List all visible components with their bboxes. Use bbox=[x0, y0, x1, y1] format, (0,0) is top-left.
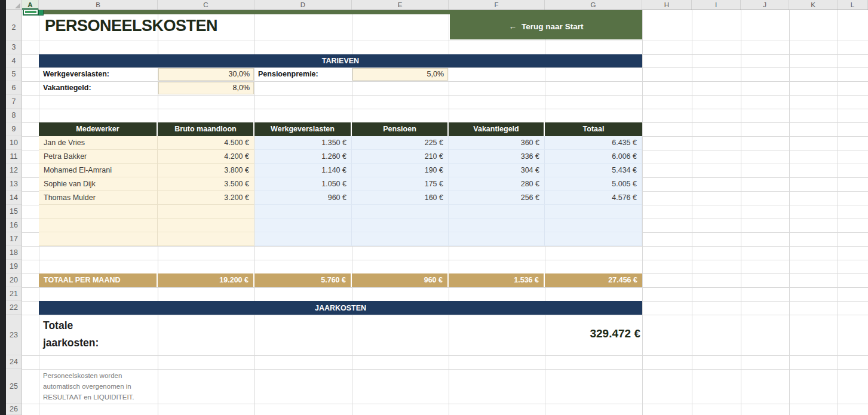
werkgeverslasten-cell[interactable]: 1.260 € bbox=[254, 150, 352, 164]
employee-name-cell[interactable]: Thomas Mulder bbox=[39, 191, 158, 205]
row-header-2[interactable]: 2 bbox=[6, 14, 22, 41]
vakantiegeld-cell[interactable]: 280 € bbox=[449, 177, 545, 191]
bruto-cell[interactable]: 4.200 € bbox=[158, 150, 254, 164]
pensioenpremie-value-cell[interactable]: 5,0% bbox=[352, 68, 448, 81]
employee-name-cell[interactable]: Sophie van Dijk bbox=[39, 177, 158, 191]
row-header-17[interactable]: 17 bbox=[6, 232, 22, 246]
row-header-25[interactable]: 25 bbox=[6, 369, 22, 404]
empty-cell[interactable] bbox=[352, 205, 449, 219]
row-header-12[interactable]: 12 bbox=[6, 164, 22, 177]
pensioen-cell[interactable]: 175 € bbox=[352, 177, 449, 191]
row-header-19[interactable]: 19 bbox=[6, 260, 22, 273]
empty-cell[interactable] bbox=[158, 232, 254, 246]
werkgeverslasten-value-cell[interactable]: 30,0% bbox=[158, 68, 254, 81]
row-header-21[interactable]: 21 bbox=[6, 287, 22, 301]
totaal-cell[interactable]: 5.005 € bbox=[545, 177, 642, 191]
employee-name-cell[interactable]: Petra Bakker bbox=[39, 150, 158, 164]
table-row: Jan de Vries 4.500 € 1.350 € 225 € 360 €… bbox=[39, 136, 642, 150]
totaal-cell[interactable]: 4.576 € bbox=[545, 191, 642, 205]
row-header-6[interactable]: 6 bbox=[6, 81, 22, 95]
vakantiegeld-cell[interactable]: 304 € bbox=[449, 164, 545, 177]
empty-cell[interactable] bbox=[545, 219, 642, 232]
tarieven-header-label: TARIEVEN bbox=[322, 57, 359, 65]
column-header-K[interactable]: K bbox=[789, 0, 838, 10]
total-werkgeverslasten-cell[interactable]: 5.760 € bbox=[254, 273, 351, 287]
column-header-D[interactable]: D bbox=[254, 0, 352, 10]
bruto-cell[interactable]: 3.800 € bbox=[158, 164, 254, 177]
row-header-15[interactable]: 15 bbox=[6, 205, 22, 219]
column-header-I[interactable]: I bbox=[692, 0, 741, 10]
empty-cell[interactable] bbox=[449, 205, 545, 219]
select-all-corner[interactable] bbox=[6, 0, 22, 10]
werkgeverslasten-cell[interactable]: 1.050 € bbox=[254, 177, 352, 191]
row-header-10[interactable]: 10 bbox=[6, 136, 22, 150]
empty-cell[interactable] bbox=[254, 219, 352, 232]
row-header-11[interactable]: 11 bbox=[6, 150, 22, 164]
empty-cell[interactable] bbox=[39, 232, 158, 246]
pensioen-cell[interactable]: 190 € bbox=[352, 164, 449, 177]
column-header-A[interactable]: A bbox=[22, 0, 39, 10]
row-header-7[interactable]: 7 bbox=[6, 95, 22, 109]
column-header-J[interactable]: J bbox=[741, 0, 789, 10]
empty-cell[interactable] bbox=[158, 205, 254, 219]
vakantiegeld-cell[interactable]: 360 € bbox=[449, 136, 545, 150]
werkgeverslasten-cell[interactable]: 1.350 € bbox=[254, 136, 352, 150]
column-header-H[interactable]: H bbox=[642, 0, 692, 10]
row-header-9[interactable]: 9 bbox=[6, 122, 22, 136]
total-bruto-cell[interactable]: 19.200 € bbox=[158, 273, 253, 287]
column-header-G[interactable]: G bbox=[545, 0, 642, 10]
row-header-13[interactable]: 13 bbox=[6, 177, 22, 191]
empty-cell[interactable] bbox=[39, 219, 158, 232]
row-header-23[interactable]: 23 bbox=[6, 315, 22, 355]
empty-cell[interactable] bbox=[449, 232, 545, 246]
bruto-cell[interactable]: 3.500 € bbox=[158, 177, 254, 191]
empty-cell[interactable] bbox=[39, 205, 158, 219]
total-totaal-cell[interactable]: 27.456 € bbox=[545, 273, 642, 287]
empty-cell[interactable] bbox=[254, 232, 352, 246]
totaal-cell[interactable]: 5.434 € bbox=[545, 164, 642, 177]
row-header-24[interactable]: 24 bbox=[6, 355, 22, 369]
row-header-18[interactable]: 18 bbox=[6, 246, 22, 260]
row-header-16[interactable]: 16 bbox=[6, 219, 22, 232]
column-header-E[interactable]: E bbox=[352, 0, 449, 10]
werkgeverslasten-cell[interactable]: 960 € bbox=[254, 191, 352, 205]
vakantiegeld-cell[interactable]: 256 € bbox=[449, 191, 545, 205]
empty-cell[interactable] bbox=[545, 232, 642, 246]
employee-name-cell[interactable]: Mohamed El-Amrani bbox=[39, 164, 158, 177]
vakantiegeld-cell[interactable]: 336 € bbox=[449, 150, 545, 164]
column-header-B[interactable]: B bbox=[39, 0, 158, 10]
back-to-start-button[interactable]: ← Terug naar Start bbox=[450, 13, 642, 39]
gridline bbox=[22, 246, 868, 247]
pensioen-cell[interactable]: 210 € bbox=[352, 150, 449, 164]
bruto-cell[interactable]: 3.200 € bbox=[158, 191, 254, 205]
empty-cell[interactable] bbox=[545, 205, 642, 219]
pensioen-cell[interactable]: 225 € bbox=[352, 136, 449, 150]
pensioen-cell[interactable]: 160 € bbox=[352, 191, 449, 205]
werkgeverslasten-cell[interactable]: 1.140 € bbox=[254, 164, 352, 177]
empty-cell[interactable] bbox=[352, 232, 449, 246]
total-vakantiegeld-cell[interactable]: 1.536 € bbox=[449, 273, 544, 287]
column-header-C[interactable]: C bbox=[158, 0, 254, 10]
total-pensioen-cell[interactable]: 960 € bbox=[352, 273, 447, 287]
row-header-22[interactable]: 22 bbox=[6, 301, 22, 315]
row-header-14[interactable]: 14 bbox=[6, 191, 22, 205]
row-header-4[interactable]: 4 bbox=[6, 54, 22, 67]
row-header-26[interactable]: 26 bbox=[6, 404, 22, 415]
totaal-cell[interactable]: 6.435 € bbox=[545, 136, 642, 150]
empty-cell[interactable] bbox=[449, 219, 545, 232]
employee-name-cell[interactable]: Jan de Vries bbox=[39, 136, 158, 150]
column-header-F[interactable]: F bbox=[449, 0, 545, 10]
empty-cell[interactable] bbox=[352, 219, 449, 232]
empty-cell[interactable] bbox=[158, 219, 254, 232]
empty-cell[interactable] bbox=[254, 205, 352, 219]
row-header-3[interactable]: 3 bbox=[6, 41, 22, 54]
row-header-8[interactable]: 8 bbox=[6, 109, 22, 122]
column-header-L[interactable]: L bbox=[838, 0, 868, 10]
totale-jaarkosten-value[interactable]: 329.472 € bbox=[485, 327, 640, 340]
totaal-cell[interactable]: 6.006 € bbox=[545, 150, 642, 164]
vakantiegeld-value-cell[interactable]: 8,0% bbox=[158, 82, 254, 94]
row-header-5[interactable]: 5 bbox=[6, 67, 22, 81]
tarieven-section-header: TARIEVEN bbox=[39, 54, 642, 67]
row-header-20[interactable]: 20 bbox=[6, 273, 22, 287]
bruto-cell[interactable]: 4.500 € bbox=[158, 136, 254, 150]
